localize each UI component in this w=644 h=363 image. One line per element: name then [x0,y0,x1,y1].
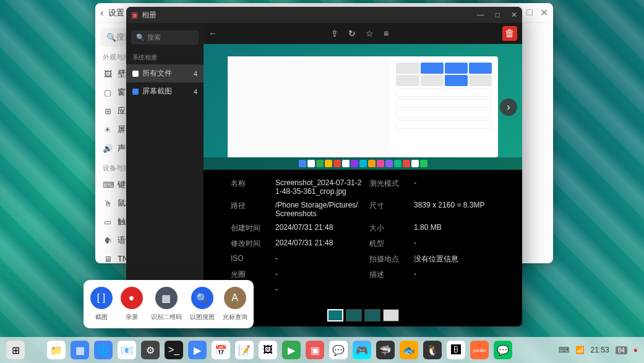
item-label: 所有文件 [142,68,172,79]
search-icon: 🔍 [106,33,116,42]
close-button[interactable]: ✕ [511,11,517,19]
item-icon: 🔊 [103,144,113,153]
gallery-sidebar-item[interactable]: 所有文件4 [126,64,204,82]
image-viewer[interactable]: › [204,44,522,170]
shot-tool-label: 以图搜图 [190,313,215,321]
item-icon: 🖱 [103,199,113,208]
focal-value: - [275,285,362,294]
dock-app[interactable]: 🌐 [94,341,113,359]
shot-tool-label: 截图 [95,313,108,321]
shot-tool-label: 录屏 [126,313,138,321]
next-image-button[interactable]: › [500,98,517,116]
shot-tool[interactable]: A光标查询 [223,287,247,321]
gallery-titlebar: ▣ 相册 — □ ✕ [126,7,522,23]
item-icon: ⊞ [103,107,113,116]
created-value: 2024/07/31 21:48 [275,223,362,232]
dock-app[interactable]: 🐧 [423,341,442,359]
image-content [228,56,499,157]
dock-app[interactable]: 🅱 [447,341,465,359]
shot-tool[interactable]: [ ]截图 [90,287,113,321]
maximize-button[interactable]: □ [496,11,500,19]
maximize-button[interactable]: □ [526,7,533,19]
thumbnail[interactable] [327,309,343,321]
dock-app[interactable]: ▶ [282,341,301,359]
adjust-icon[interactable]: ≡ [384,28,389,38]
notification-dot[interactable]: ● [633,346,638,354]
sidebar-header: 系统相册 [126,48,204,64]
dock-app[interactable]: 🐟 [400,341,418,359]
keyboard-icon[interactable]: ⌨ [559,346,569,354]
filesize-value: 1.80 MB [414,223,495,232]
minimize-button[interactable]: — [477,11,484,19]
created-label: 创建时间 [231,223,268,234]
screenshot-toolbar: [ ]截图●录屏▦识别二维码🔍以图搜图A光标查询 [84,280,254,328]
name-value: Screenshot_2024-07-31-21-48-35-361_crop.… [275,178,362,196]
shot-tool[interactable]: ▦识别二维码 [151,287,182,321]
dock-app[interactable]: 📧 [118,341,136,359]
item-icon: ▭ [103,217,113,227]
iso-value: - [275,254,362,263]
back-icon[interactable]: ‹ [100,7,103,19]
color-dot [132,89,139,95]
gallery-search[interactable]: 🔍 搜索 [131,30,199,45]
delete-button[interactable]: 🗑 [502,26,517,41]
shot-tool-label: 识别二维码 [151,313,182,321]
item-icon: ⌨ [103,180,113,190]
shot-tool[interactable]: 🔍以图搜图 [190,287,215,321]
dock-app[interactable]: 🖼 [259,341,277,359]
desc-label: 描述 [369,269,406,280]
iso-label: ISO [231,254,268,263]
model-label: 机型 [369,238,406,249]
app-drawer-icon[interactable]: ⊞ [6,341,25,359]
size-label: 尺寸 [369,201,406,211]
name-label: 名称 [231,178,268,189]
modified-label: 修改时间 [231,238,268,249]
dock-app[interactable]: 📝 [235,341,254,359]
aperture-value: - [275,269,362,278]
battery-indicator[interactable]: 84 [616,346,627,354]
gallery-sidebar-item[interactable]: 屏幕截图4 [126,82,204,100]
settings-title: 设置 [108,7,124,19]
rotate-icon[interactable]: ↻ [348,28,356,38]
star-icon[interactable]: ☆ [366,28,374,38]
back-button[interactable]: ← [208,28,217,38]
dock-app[interactable]: youku [470,341,489,359]
item-icon: ☀ [103,125,113,134]
dock-app[interactable]: ▶ [188,341,207,359]
thumbnail[interactable] [346,309,362,321]
exposure-label: 测光模式 [369,178,406,189]
dock-app[interactable]: ▣ [306,341,324,359]
dock-app[interactable]: ▦ [71,341,89,359]
item-count: 4 [194,88,197,95]
gallery-toolbar: ← ⇪ ↻ ☆ ≡ 🗑 [204,23,522,44]
item-icon: 🖥 [103,255,113,264]
item-icon: 🗣 [103,236,113,245]
dock-app[interactable]: 💬 [494,341,512,359]
dock-app[interactable]: 🎮 [353,341,371,359]
dock-app[interactable]: ⚙ [141,341,160,359]
dock: ⊞ 📁 ▦ 🌐 📧 ⚙ >_ ▶ 📅 📝 🖼 ▶ ▣ 💬 🎮 🦈 🐟 🐧 🅱 y… [0,337,644,363]
item-label: 屏幕截图 [142,86,172,97]
shot-tool-icon: ● [121,287,143,309]
shot-tool[interactable]: ●录屏 [121,287,143,321]
share-icon[interactable]: ⇪ [331,28,338,38]
shot-tool-icon: ▦ [155,287,178,309]
mini-dock [204,157,522,170]
path-label: 路径 [231,201,268,211]
dock-app[interactable]: 💬 [329,341,348,359]
shot-tool-icon: A [224,287,246,309]
dock-app[interactable]: 📅 [212,341,230,359]
search-icon: 🔍 [136,33,145,42]
thumbnail[interactable] [364,309,380,321]
dock-app[interactable]: 📁 [47,341,66,359]
clock[interactable]: 21:53 [591,346,609,354]
modified-value: 2024/07/31 21:48 [275,238,362,247]
dock-app[interactable]: >_ [165,341,183,359]
dock-app[interactable]: 🦈 [376,341,395,359]
wifi-icon[interactable]: 📶 [575,346,585,354]
gallery-title: 相册 [142,10,157,20]
shot-tool-label: 光标查询 [223,313,247,321]
thumbnail[interactable] [383,309,399,321]
close-button[interactable]: ✕ [540,7,548,19]
color-dot [132,71,139,77]
